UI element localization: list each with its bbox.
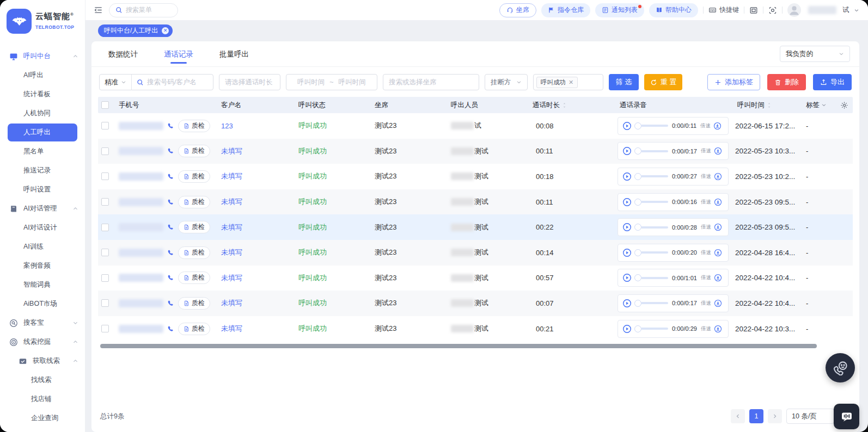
sidebar-item-8[interactable]: AI对话管理 [0,199,85,218]
phone-icon[interactable] [167,249,174,256]
playback-speed-button[interactable]: 倍速 [701,173,711,180]
play-circle-icon[interactable] [622,121,632,131]
call-time-range-input[interactable]: 呼叫时间 ~ 呼叫时间 [286,74,377,90]
close-icon[interactable]: ✕ [569,79,573,85]
row-checkbox[interactable] [101,122,109,129]
page-size-select[interactable]: 10 条/页 [786,409,834,424]
quality-check-button[interactable]: 质检 [178,145,210,157]
customer-name-link[interactable]: 未填写 [219,223,296,232]
audio-slider-track[interactable] [641,251,668,254]
download-icon[interactable] [714,299,722,307]
phone-icon[interactable] [167,300,174,307]
row-checkbox[interactable] [101,147,109,155]
column-header-8[interactable]: 标签 [804,101,840,110]
menu-search-input[interactable]: 搜索菜单 [109,3,178,17]
audio-slider-track[interactable] [641,150,668,152]
play-circle-icon[interactable] [622,299,632,308]
seat-search-input[interactable]: 搜索或选择坐席 [383,74,479,90]
download-icon[interactable] [714,249,722,257]
row-checkbox[interactable] [101,249,109,256]
precision-select[interactable]: 精准 [100,75,131,90]
download-icon[interactable] [714,274,722,282]
row-checkbox[interactable] [101,198,109,206]
topbar-action-2[interactable]: 通知列表 [595,3,644,17]
playback-speed-button[interactable]: 倍速 [701,199,711,206]
customer-name-link[interactable]: 未填写 [219,248,296,257]
sidebar-item-14[interactable]: 搜客宝 [0,313,85,332]
sidebar-item-10[interactable]: AI训练 [0,237,85,256]
sidebar-item-18[interactable]: 找店铺 [0,390,85,409]
sidebar-item-9[interactable]: AI对话设计 [0,218,85,237]
sidebar-item-0[interactable]: 呼叫中台 [0,47,85,66]
audio-slider-track[interactable] [641,277,668,279]
status-tag-input[interactable]: 呼叫成功 ✕ [533,74,603,90]
customer-name-link[interactable]: 未填写 [219,298,296,308]
customer-name-link[interactable]: 未填写 [219,324,296,334]
play-circle-icon[interactable] [622,172,632,181]
play-circle-icon[interactable] [622,146,632,156]
scope-select[interactable]: 我负责的 [780,46,850,62]
row-checkbox[interactable] [101,274,109,282]
audio-slider-track[interactable] [641,125,668,127]
phone-icon[interactable] [167,224,174,231]
customer-name-link[interactable]: 123 [219,122,296,130]
quality-check-button[interactable]: 质检 [178,246,210,259]
download-icon[interactable] [714,325,722,333]
sidebar-item-6[interactable]: 推送记录 [0,161,85,180]
select-all-checkbox[interactable] [101,101,109,109]
brand-logo[interactable]: 云蝠智能® TELROBOT.TOP [0,0,85,40]
play-circle-icon[interactable] [622,248,632,257]
playback-speed-button[interactable]: 倍速 [701,274,711,281]
playback-speed-button[interactable]: 倍速 [701,147,711,155]
play-circle-icon[interactable] [622,198,632,207]
row-checkbox[interactable] [101,224,109,231]
number-search-input[interactable]: 搜索号码/客户名 [132,78,201,87]
download-icon[interactable] [714,172,722,181]
customer-name-link[interactable]: 未填写 [219,146,296,156]
sidebar-item-11[interactable]: 案例音频 [0,256,85,275]
reset-button[interactable]: 重 置 [644,74,682,90]
close-icon[interactable]: ✕ [162,27,169,34]
audio-slider-handle[interactable] [634,173,641,180]
phone-icon[interactable] [167,325,174,332]
user-avatar[interactable] [787,3,801,17]
topbar-action-0[interactable]: 坐席 [499,3,536,17]
customer-name-link[interactable]: 未填写 [219,171,296,181]
phone-icon[interactable] [167,147,174,155]
playback-speed-button[interactable]: 倍速 [701,224,711,231]
next-page-button[interactable] [768,409,782,423]
sidebar-item-12[interactable]: 智能词典 [0,275,85,294]
sidebar-item-7[interactable]: 呼叫设置 [0,180,85,199]
tab-1[interactable]: 通话记录 [164,41,193,66]
sidebar-item-2[interactable]: 统计看板 [0,85,85,104]
chevron-down-icon[interactable] [854,8,859,13]
quality-check-button[interactable]: 质检 [178,120,210,132]
gear-icon[interactable] [840,101,848,109]
hangup-select[interactable]: 挂断方 [485,74,528,90]
playback-speed-button[interactable]: 倍速 [701,300,711,307]
quality-check-button[interactable]: 质检 [178,297,210,310]
sidebar-collapse-icon[interactable] [94,5,103,15]
sidebar-item-13[interactable]: AiBOT市场 [0,294,85,313]
delete-button[interactable]: 删除 [767,74,806,90]
play-circle-icon[interactable] [622,273,632,282]
quality-check-button[interactable]: 质检 [178,323,210,335]
duration-select[interactable]: 请选择通话时长 [219,74,280,90]
phone-icon[interactable] [167,274,174,281]
playback-speed-button[interactable]: 倍速 [700,122,711,129]
voice-widget-button[interactable] [834,404,859,429]
sidebar-item-16[interactable]: 获取线索 [0,351,85,371]
download-icon[interactable] [714,223,722,231]
row-checkbox[interactable] [101,325,109,332]
audio-slider-track[interactable] [641,302,668,304]
horizontal-scrollbar[interactable] [100,344,817,348]
sidebar-item-17[interactable]: 找线索 [0,371,85,390]
phone-icon[interactable] [167,122,174,129]
prev-page-button[interactable] [731,409,745,423]
customer-name-link[interactable]: 未填写 [219,273,296,283]
quality-check-button[interactable]: 质检 [178,221,210,233]
download-icon[interactable] [714,198,722,206]
play-circle-icon[interactable] [622,223,632,232]
download-icon[interactable] [713,122,722,130]
sidebar-item-19[interactable]: 企业查询 [0,409,85,428]
